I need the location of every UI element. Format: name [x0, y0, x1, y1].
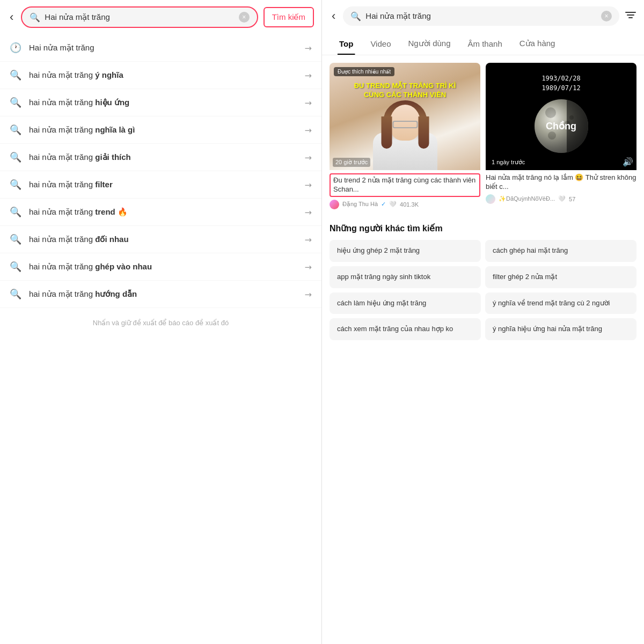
video-center-text: Chồng: [546, 120, 576, 132]
arrow-icon-3: ↗: [302, 124, 314, 136]
arrow-icon-9: ↗: [302, 288, 314, 301]
search-icon-4: 🔍: [10, 151, 21, 163]
filter-button[interactable]: [625, 9, 636, 24]
date-text-2: 1989/07/12: [541, 84, 580, 92]
right-search-bar: ‹ 🔍 Hai nửa mặt trăng ×: [322, 0, 644, 32]
left-search-bar: ‹ 🔍 Hai nửa mặt trăng × Top Tìm kiếm: [0, 0, 321, 34]
date-text-1: 1993/02/28: [541, 75, 580, 82]
search-tag-4[interactable]: cách làm hiệu ứng mặt trăng: [330, 292, 481, 314]
suggestion-text-4: hai nửa mặt trăng giải thích: [29, 152, 297, 162]
like-icon-1: 🤍: [389, 201, 397, 208]
video-card-2[interactable]: 1993/02/28 1989/07/12 Chồng: [486, 63, 636, 213]
tab-am-thanh[interactable]: Âm thanh: [460, 33, 510, 55]
clock-icon: 🕐: [10, 42, 21, 54]
others-section-title: Những người khác tìm kiếm: [330, 223, 636, 233]
right-search-text[interactable]: Hai nửa mặt trăng: [365, 11, 597, 21]
suggestion-text-5: hai nửa mặt trăng filter: [29, 180, 297, 189]
video-info-1: Đu trend 2 nửa mặt trăng cùng các thành …: [330, 170, 480, 213]
video-info-2: Hai nửa mặt trăng nó lạ lắm 😆 Thử stren …: [486, 170, 636, 207]
content-area: Được thích nhiều nhất ĐU TREND MẶT TRĂNG…: [322, 55, 644, 644]
right-search-input-wrapper: 🔍 Hai nửa mặt trăng ×: [343, 6, 619, 26]
like-count-2: 57: [569, 196, 575, 202]
tab-nguoi-dung[interactable]: Người dùng: [400, 32, 458, 55]
arrow-icon-0: ↗: [302, 42, 314, 54]
arrow-icon-4: ↗: [302, 151, 314, 164]
verified-badge-1: ✓: [381, 201, 386, 208]
video-card-1[interactable]: Được thích nhiều nhất ĐU TREND MẶT TRĂNG…: [330, 63, 480, 213]
search-tag-5[interactable]: ý nghĩa về trend mặt trăng cù 2 người: [485, 292, 636, 314]
arrow-icon-1: ↗: [302, 69, 314, 82]
video-title-2: Hai nửa mặt trăng nó lạ lắm 😆 Thử stren …: [486, 173, 636, 192]
video-time-1: 20 giờ trước: [333, 158, 370, 167]
search-icon-6: 🔍: [10, 206, 21, 218]
left-search-icon: 🔍: [30, 12, 40, 23]
suggestion-text-2: hai nửa mặt trăng hiệu ứng: [29, 98, 297, 107]
search-tag-1[interactable]: cách ghép hai mặt trăng: [485, 240, 636, 262]
suggestion-item-4[interactable]: 🔍 hai nửa mặt trăng giải thích ↗: [0, 144, 321, 171]
author-name-2: ✨DãQuỳnhNõVëĐ...: [499, 195, 555, 202]
left-tìm-kiếm-button[interactable]: Tìm kiếm: [264, 7, 314, 27]
video-title-1: Đu trend 2 nửa mặt trăng cùng các thành …: [330, 173, 480, 197]
search-icon-5: 🔍: [10, 179, 21, 191]
suggestion-item-7[interactable]: 🔍 hai nửa mặt trăng đối nhau ↗: [0, 226, 321, 253]
arrow-icon-7: ↗: [302, 233, 314, 246]
left-panel: ‹ 🔍 Hai nửa mặt trăng × Top Tìm kiếm 🕐 H…: [0, 0, 322, 644]
left-search-text[interactable]: Hai nửa mặt trăng: [45, 12, 234, 22]
video-badge-1: Được thích nhiều nhất: [334, 67, 394, 76]
suggestion-item-history[interactable]: 🕐 Hai nửa mặt trăng ↗: [0, 34, 321, 62]
search-tag-3[interactable]: filter ghép 2 nửa mặt: [485, 266, 636, 288]
video-thumbnail-2: 1993/02/28 1989/07/12 Chồng: [486, 63, 636, 170]
search-tags-grid: hiệu ứng ghép 2 mặt trăng cách ghép hai …: [330, 240, 636, 341]
arrow-icon-5: ↗: [302, 179, 314, 191]
others-section: Những người khác tìm kiếm hiệu ứng ghép …: [330, 223, 636, 341]
search-icon-8: 🔍: [10, 261, 21, 273]
suggestion-item-6[interactable]: 🔍 hai nửa mặt trăng trend 🔥 ↗: [0, 199, 321, 226]
right-search-icon: 🔍: [350, 11, 361, 21]
left-back-button[interactable]: ‹: [8, 8, 16, 26]
sound-icon-2: 🔊: [623, 157, 633, 167]
author-avatar-1: [330, 200, 339, 209]
video-meta-2: ✨DãQuỳnhNõVëĐ... 🤍 57: [486, 194, 636, 204]
author-avatar-2: [486, 194, 495, 204]
suggestion-item-8[interactable]: 🔍 hai nửa mặt trăng ghép vào nhau ↗: [0, 253, 321, 281]
right-clear-button[interactable]: ×: [601, 11, 612, 21]
suggestion-item-3[interactable]: 🔍 hai nửa mặt trăng nghĩa là gì ↗: [0, 116, 321, 144]
video-time-2: 1 ngày trước: [489, 158, 528, 167]
tab-top[interactable]: Top: [332, 33, 361, 55]
like-count-1: 401.3K: [400, 201, 419, 208]
video-thumbnail-1: Được thích nhiều nhất ĐU TREND MẶT TRĂNG…: [330, 63, 480, 170]
search-icon-1: 🔍: [10, 69, 21, 81]
suggestion-text-7: hai nửa mặt trăng đối nhau: [29, 235, 297, 244]
search-tag-2[interactable]: app mặt trăng ngày sinh tiktok: [330, 266, 481, 288]
suggestion-text-history: Hai nửa mặt trăng: [29, 43, 297, 53]
arrow-icon-2: ↗: [302, 97, 314, 109]
tab-video[interactable]: Video: [363, 33, 398, 55]
suggestion-text-8: hai nửa mặt trăng ghép vào nhau: [29, 262, 297, 272]
video-thumb-bg-2: 1993/02/28 1989/07/12 Chồng: [486, 63, 636, 170]
suggestion-item-2[interactable]: 🔍 hai nửa mặt trăng hiệu ứng ↗: [0, 89, 321, 116]
video-meta-1: Đặng Thu Hà ✓ 🤍 401.3K: [330, 200, 480, 209]
right-back-button[interactable]: ‹: [330, 7, 338, 25]
left-clear-button[interactable]: ×: [239, 12, 250, 23]
search-tag-0[interactable]: hiệu ứng ghép 2 mặt trăng: [330, 240, 481, 262]
search-tag-6[interactable]: cách xem mặt trăng của nhau hợp ko: [330, 318, 481, 340]
arrow-icon-8: ↗: [302, 261, 314, 273]
search-tag-7[interactable]: ý nghĩa hiệu ứng hai nửa mặt trăng: [485, 318, 636, 340]
suggestion-text-9: hai nửa mặt trăng hướng dẫn: [29, 289, 297, 299]
search-icon-3: 🔍: [10, 124, 21, 136]
tab-cua-hang[interactable]: Cửa hàng: [512, 32, 563, 55]
suggestion-item-1[interactable]: 🔍 hai nửa mặt trăng ý nghĩa ↗: [0, 62, 321, 89]
tabs-bar: Top Video Người dùng Âm thanh Cửa hàng: [322, 32, 644, 55]
video-overlay-text-1: ĐU TREND MẶT TRĂNG TRÌ KÌCÙNG CÁC THÀNH …: [354, 82, 456, 100]
suggestion-item-9[interactable]: 🔍 hai nửa mặt trăng hướng dẫn ↗: [0, 281, 321, 308]
arrow-icon-6: ↗: [302, 206, 314, 218]
video-grid: Được thích nhiều nhất ĐU TREND MẶT TRĂNG…: [330, 63, 636, 213]
suggestion-text-3: hai nửa mặt trăng nghĩa là gì: [29, 125, 297, 135]
suggestion-item-5[interactable]: 🔍 hai nửa mặt trăng filter ↗: [0, 171, 321, 199]
like-icon-2: 🤍: [558, 195, 566, 202]
author-name-1: Đặng Thu Hà: [342, 201, 378, 208]
search-icon-7: 🔍: [10, 233, 21, 245]
suggestion-list: 🕐 Hai nửa mặt trăng ↗ 🔍 hai nửa mặt trăn…: [0, 34, 321, 644]
suggestion-text-1: hai nửa mặt trăng ý nghĩa: [29, 70, 297, 80]
suggestion-text-6: hai nửa mặt trăng trend 🔥: [29, 207, 297, 217]
